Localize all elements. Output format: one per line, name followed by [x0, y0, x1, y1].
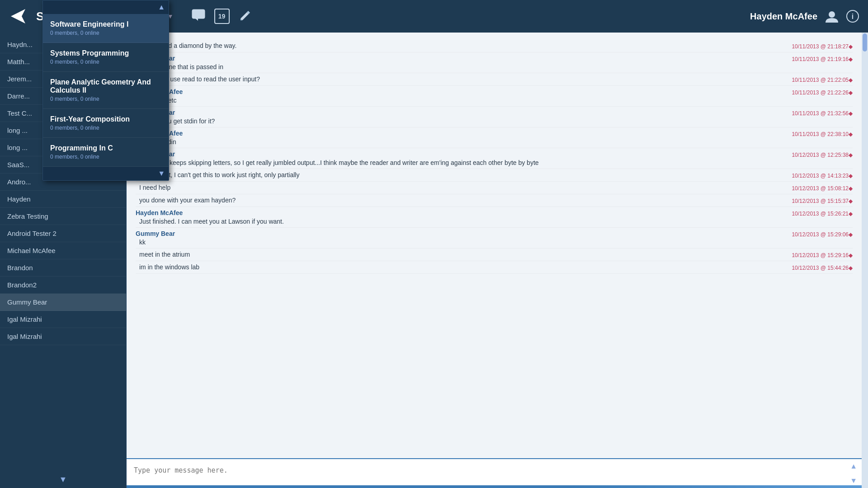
message-timestamp: 10/12/2013 @ 15:15:37◆ [792, 197, 853, 204]
dropdown-item-title: Software Engineering I [50, 20, 161, 28]
sidebar-item-igal2[interactable]: Igal Mizrahi [0, 328, 126, 345]
message-sender: Gummy Bear [136, 55, 783, 62]
message-row: Gummy Bear my reader keeps skipping lett… [136, 148, 853, 169]
calendar-icon-btn[interactable]: 19 [214, 9, 230, 24]
message-content: meet in the atrium [136, 251, 783, 258]
message-text: my reader keeps skipping letters, so I g… [136, 159, 783, 166]
chat-icon [192, 9, 205, 21]
svg-point-3 [829, 11, 835, 18]
svg-text:i: i [852, 13, 854, 20]
dropdown-scroll-up-btn[interactable]: ▲ [158, 3, 165, 11]
message-content: Gummy Bear my reader keeps skipping lett… [136, 150, 783, 166]
messages-container: just pooped a diamond by the way. 10/11/… [127, 33, 862, 458]
svg-marker-2 [195, 19, 198, 21]
message-timestamp: 10/11/2013 @ 21:19:16◆ [792, 55, 853, 62]
chat-icon-btn[interactable] [192, 9, 205, 23]
message-timestamp: 10/12/2013 @ 15:08:12◆ [792, 184, 853, 192]
dropdown-item-sub: 0 members, 0 online [50, 154, 161, 160]
message-content: Gummy Bear kk [136, 230, 783, 246]
sidebar-item-hayden2[interactable]: Hayden [0, 191, 126, 208]
header-right: Hayden McAfee i [750, 9, 859, 23]
edit-icon-btn[interactable] [239, 9, 251, 24]
message-sender: Hayden McAfee [136, 130, 783, 137]
message-row: Hayden McAfee Just finished. I can meet … [136, 207, 853, 228]
message-content: I need help [136, 184, 783, 191]
app-logo [9, 6, 29, 26]
message-text: Just finished. I can meet you at Lawson … [136, 218, 783, 225]
dropdown-item-sub: 0 members, 0 online [50, 125, 161, 131]
dropdown-scroll-down-btn[interactable]: ▼ [158, 169, 165, 177]
message-content: just pooped a diamond by the way. [136, 42, 783, 49]
message-text: im in the windows lab [136, 263, 783, 271]
message-text: just use stdin [136, 138, 783, 145]
message-input[interactable] [127, 459, 862, 485]
dropdown-item-plane-analytic[interactable]: Plane Analytic Geometry And Calculus II … [43, 72, 169, 109]
message-row: Gummy Bear yeah the one that is passed i… [136, 52, 853, 73]
sidebar-item-zebra[interactable]: Zebra Testing [0, 208, 126, 225]
svg-rect-1 [192, 9, 205, 19]
message-sender: Hayden McAfee [136, 88, 783, 95]
sidebar-item-brandon[interactable]: Brandon [0, 259, 126, 277]
message-row: Gummy Bear how do you get stdin for it? … [136, 107, 853, 127]
message-timestamp: 10/12/2013 @ 15:26:21◆ [792, 209, 853, 217]
message-timestamp: 10/11/2013 @ 21:18:27◆ [792, 42, 853, 50]
input-scroll-controls: ▲ ▼ [850, 459, 857, 488]
dropdown-item-title: Systems Programming [50, 49, 161, 57]
sidebar-item-brandon2[interactable]: Brandon2 [0, 277, 126, 294]
dropdown-item-first-year[interactable]: First-Year Composition 0 members, 0 onli… [43, 109, 169, 138]
dropdown-item-software-eng[interactable]: Software Engineering I 0 members, 0 onli… [43, 14, 169, 43]
message-content: Gummy Bear yeah the one that is passed i… [136, 55, 783, 70]
dropdown-item-title: First-Year Composition [50, 115, 161, 123]
message-row: just pooped a diamond by the way. 10/11/… [136, 40, 853, 52]
message-timestamp: 10/12/2013 @ 15:29:16◆ [792, 251, 853, 258]
message-content: im in the windows lab [136, 263, 783, 271]
dropdown-item-systems-prog[interactable]: Systems Programming 0 members, 0 online [43, 43, 169, 72]
dropdown-item-title: Programming In C [50, 144, 161, 152]
sidebar-item-michael[interactable]: Michael McAfee [0, 242, 126, 259]
message-content: so, do you use read to read the user inp… [136, 75, 783, 83]
message-content: Hayden McAfee Just finished. I can meet … [136, 209, 783, 225]
sidebar-item-gummy[interactable]: Gummy Bear [0, 294, 126, 311]
message-timestamp: 10/12/2013 @ 15:44:26◆ [792, 263, 853, 271]
message-row: Hayden McAfee just use stdin 10/11/2013 … [136, 127, 853, 148]
dropdown-item-sub: 0 members, 0 online [50, 96, 161, 102]
message-text: kk [136, 239, 783, 246]
dropdown-item-prog-in-c[interactable]: Programming In C 0 members, 0 online [43, 138, 169, 167]
message-row: im in the windows lab 10/12/2013 @ 15:44… [136, 261, 853, 274]
dropdown-item-title: Plane Analytic Geometry And Calculus II [50, 78, 161, 94]
info-icon[interactable]: i [846, 10, 859, 23]
message-timestamp: 10/12/2013 @ 14:13:23◆ [792, 171, 853, 179]
header-username: Hayden McAfee [750, 11, 817, 22]
message-sender: Gummy Bear [136, 230, 783, 237]
sidebar-item-android2[interactable]: Android Tester 2 [0, 225, 126, 242]
dropdown-item-sub: 0 members, 0 online [50, 59, 161, 65]
message-sender: Gummy Bear [136, 150, 783, 158]
message-content: Gummy Bear how do you get stdin for it? [136, 109, 783, 125]
svg-marker-0 [11, 9, 25, 23]
input-scroll-up-btn[interactable]: ▲ [850, 462, 857, 470]
message-timestamp: 10/11/2013 @ 22:38:10◆ [792, 130, 853, 137]
message-row: so, do you use read to read the user inp… [136, 73, 853, 86]
user-icon[interactable] [825, 9, 839, 23]
sidebar-item-igal1[interactable]: Igal Mizrahi [0, 311, 126, 328]
chat-area: just pooped a diamond by the way. 10/11/… [127, 33, 862, 488]
sidebar-scroll-down-btn[interactable]: ▼ [0, 471, 126, 488]
dropdown-scroll-up-area: ▲ [43, 0, 169, 14]
message-text: how do you get stdin for it? [136, 117, 783, 125]
edit-icon [239, 9, 251, 21]
header-icon-group: 19 [192, 9, 251, 24]
chat-scrollbar[interactable] [862, 33, 868, 488]
message-text: goddamn it, I can't get this to work jus… [136, 171, 783, 178]
message-timestamp: 10/12/2013 @ 12:25:38◆ [792, 150, 853, 158]
message-content: you done with your exam hayden? [136, 197, 783, 204]
course-dropdown: ▲ Software Engineering I 0 members, 0 on… [42, 0, 169, 181]
scrollbar-thumb[interactable] [863, 33, 867, 52]
message-content: Hayden McAfee just use stdin [136, 130, 783, 145]
message-row: Gummy Bear kk 10/12/2013 @ 15:29:06◆ [136, 228, 853, 249]
message-timestamp: 10/11/2013 @ 21:32:56◆ [792, 109, 853, 117]
message-timestamp: 10/11/2013 @ 21:22:26◆ [792, 88, 853, 96]
input-scroll-down-btn[interactable]: ▼ [850, 477, 857, 485]
message-row: meet in the atrium 10/12/2013 @ 15:29:16… [136, 249, 853, 261]
message-timestamp: 10/11/2013 @ 21:22:05◆ [792, 75, 853, 83]
message-row: Hayden McAfee just use fgetc 10/11/2013 … [136, 86, 853, 107]
